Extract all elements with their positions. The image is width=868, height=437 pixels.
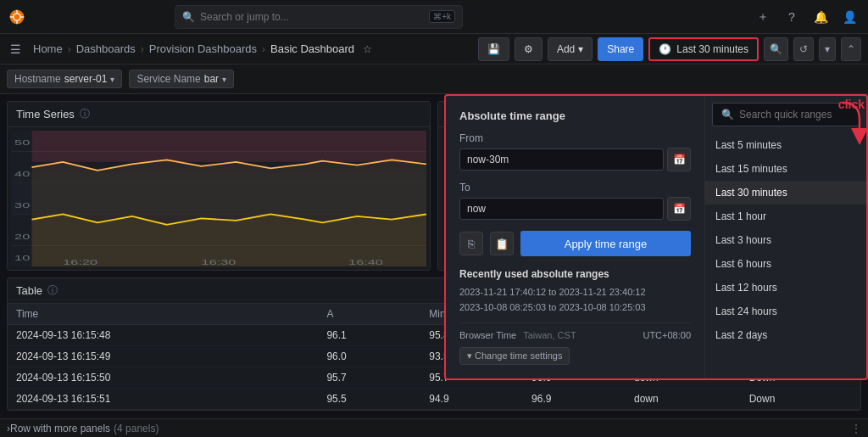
col-time: Time (8, 304, 318, 325)
svg-text:10: 10 (14, 253, 30, 262)
global-search[interactable]: 🔍 ⌘+k (175, 5, 463, 29)
svg-rect-18 (32, 131, 427, 162)
quick-range-2d[interactable]: Last 2 days (705, 323, 866, 347)
browser-time-bar: Browser Time Taiwan, CST UTC+08:00 ▾ Cha… (459, 322, 691, 365)
hamburger-btn[interactable]: ☰ (7, 39, 25, 59)
clock-icon: 🕐 (659, 43, 671, 55)
quick-range-list: Last 5 minutes Last 15 minutes Last 30 m… (705, 133, 866, 347)
svg-text:50: 50 (14, 137, 30, 147)
table-row: 2024-09-13 16:15:51 95.5 94.9 96.9 down … (8, 389, 860, 410)
recent-title: Recently used absolute ranges (459, 268, 691, 280)
from-label: From (459, 132, 691, 144)
table-title: Table (16, 284, 42, 297)
filter-bar: Hostname server-01 ▾ Service Name bar ▾ (0, 64, 868, 94)
svg-text:16:30: 16:30 (202, 257, 236, 266)
quick-range-6h[interactable]: Last 6 hours (705, 252, 866, 276)
breadcrumb-bar: ☰ Home › Dashboards › Provision Dashboar… (0, 34, 868, 64)
main-content: Time Series ⓘ 50 40 30 (0, 94, 868, 437)
timeseries-title: Time Series (16, 108, 75, 120)
col-a: A (318, 304, 420, 325)
toolbar-right: 💾 ⚙ Add ▾ Share 🕐 Last 30 minutes 🔍 ↺ ▾ … (478, 37, 861, 61)
settings-btn[interactable]: ⚙ (515, 37, 542, 61)
bell-btn[interactable]: 🔔 (809, 5, 832, 29)
breadcrumb-dashboards[interactable]: Dashboards (76, 42, 136, 55)
popup-section-title: Absolute time range (459, 109, 691, 122)
refresh-dropdown-btn[interactable]: ▾ (819, 37, 836, 61)
time-range-btn[interactable]: 🕐 Last 30 minutes (648, 37, 759, 61)
from-input[interactable] (459, 148, 664, 171)
help-btn[interactable]: ? (780, 5, 804, 29)
avatar-btn[interactable]: 👤 (837, 5, 861, 29)
recent-section: Recently used absolute ranges 2023-11-21… (459, 268, 691, 312)
timeseries-header: Time Series ⓘ (8, 102, 430, 127)
recent-range-0[interactable]: 2023-11-21 17:40:12 to 2023-11-21 23:40:… (459, 287, 691, 297)
refresh-btn[interactable]: ↺ (793, 37, 814, 61)
popup-left: Absolute time range From 📅 To 📅 ⎘ 📋 Appl… (446, 96, 705, 378)
breadcrumb-home[interactable]: Home (33, 42, 63, 55)
from-calendar-btn[interactable]: 📅 (667, 148, 691, 171)
search-input[interactable] (200, 11, 424, 23)
star-icon[interactable]: ☆ (363, 43, 372, 55)
quick-search[interactable]: 🔍 (712, 103, 860, 126)
quick-search-input[interactable] (739, 109, 866, 120)
top-nav: 🔍 ⌘+k ＋ ? 🔔 👤 (0, 0, 868, 34)
search-time-btn[interactable]: 🔍 (764, 37, 788, 61)
more-panels-row[interactable]: › Row with more panels (4 panels) ⋮ (0, 418, 868, 437)
browser-time-label: Browser Time (459, 330, 516, 340)
collapse-btn[interactable]: ⌃ (841, 37, 861, 61)
add-btn[interactable]: ＋ (751, 5, 775, 29)
quick-range-15m[interactable]: Last 15 minutes (705, 157, 866, 181)
svg-text:20: 20 (14, 232, 30, 241)
panels-count: (4 panels) (114, 423, 159, 434)
service-filter[interactable]: Service Name bar ▾ (129, 70, 234, 88)
timezone-name: Taiwan, CST (523, 330, 576, 340)
to-input[interactable] (459, 198, 664, 220)
paste-btn[interactable]: 📋 (490, 232, 514, 255)
add-panel-btn[interactable]: Add ▾ (548, 37, 593, 61)
quick-range-5m[interactable]: Last 5 minutes (705, 133, 866, 157)
recent-range-1[interactable]: 2023-10-08 08:25:03 to 2023-10-08 10:25:… (459, 302, 691, 312)
more-panels-menu-icon[interactable]: ⋮ (851, 423, 861, 434)
quick-range-24h[interactable]: Last 24 hours (705, 300, 866, 323)
table-info-icon[interactable]: ⓘ (47, 283, 58, 298)
popup-right: 🔍 Last 5 minutes Last 15 minutes Last 30… (705, 96, 866, 378)
to-label: To (459, 182, 691, 193)
nav-right: ＋ ? 🔔 👤 (751, 5, 861, 29)
save-btn[interactable]: 💾 (478, 37, 509, 61)
apply-btn[interactable]: Apply time range (520, 231, 691, 256)
breadcrumb-provision[interactable]: Provision Dashboards (149, 42, 257, 55)
quick-range-30m[interactable]: Last 30 minutes (705, 181, 866, 204)
utc-offset: UTC+08:00 (643, 330, 691, 340)
to-calendar-btn[interactable]: 📅 (667, 197, 691, 221)
breadcrumb-current: Basic Dashboard (270, 42, 354, 55)
change-tz-btn[interactable]: ▾ Change time settings (459, 347, 570, 365)
to-input-group: To 📅 (459, 182, 691, 221)
timeseries-legend: A-series B-series (11, 269, 426, 270)
from-input-group: From 📅 (459, 132, 691, 171)
search-icon: 🔍 (182, 11, 195, 23)
timeseries-body: 50 40 30 20 10 16:20 (8, 127, 430, 270)
quick-range-3h[interactable]: Last 3 hours (705, 228, 866, 252)
apply-row: ⎘ 📋 Apply time range (459, 231, 691, 256)
copy-btn[interactable]: ⎘ (459, 232, 483, 255)
more-panels-label: Row with more panels (10, 423, 110, 434)
timeseries-info-icon[interactable]: ⓘ (80, 107, 90, 121)
time-range-popup: Absolute time range From 📅 To 📅 ⎘ 📋 Appl… (444, 94, 868, 380)
quick-range-1h[interactable]: Last 1 hour (705, 204, 866, 228)
svg-text:30: 30 (14, 200, 30, 210)
svg-text:40: 40 (14, 169, 30, 178)
share-btn[interactable]: Share (598, 37, 643, 61)
hostname-filter[interactable]: Hostname server-01 ▾ (7, 70, 122, 88)
timeseries-panel: Time Series ⓘ 50 40 30 (7, 101, 431, 271)
search-icon-small: 🔍 (721, 109, 734, 120)
app-logo[interactable] (7, 7, 27, 27)
svg-text:16:40: 16:40 (348, 257, 383, 266)
svg-text:16:20: 16:20 (63, 257, 97, 266)
quick-range-12h[interactable]: Last 12 hours (705, 276, 866, 300)
kbd-hint: ⌘+k (429, 10, 455, 23)
